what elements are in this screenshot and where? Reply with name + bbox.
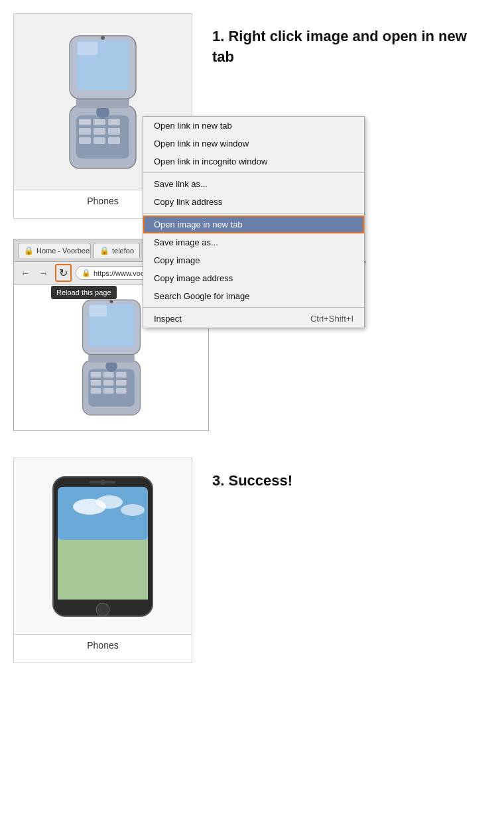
svg-point-41 bbox=[96, 603, 109, 616]
menu-item-copy-image[interactable]: Copy image bbox=[143, 251, 364, 269]
svg-rect-6 bbox=[94, 128, 105, 135]
tab-label-2: telefoo bbox=[112, 247, 134, 255]
step1-description: 1. Right click image and open in new tab bbox=[212, 13, 491, 68]
svg-rect-9 bbox=[94, 137, 105, 144]
svg-rect-32 bbox=[89, 305, 106, 316]
svg-rect-23 bbox=[103, 380, 113, 386]
svg-rect-21 bbox=[115, 372, 126, 378]
svg-rect-20 bbox=[103, 372, 113, 378]
menu-item-copy-link[interactable]: Copy link address bbox=[143, 193, 364, 211]
tab-favicon-2: 🔒 bbox=[99, 246, 109, 255]
svg-rect-22 bbox=[90, 380, 101, 386]
menu-item-open-new-window[interactable]: Open link in new window bbox=[143, 135, 364, 153]
step1-heading: 1. Right click image and open in new tab bbox=[212, 27, 491, 68]
menu-item-save-image[interactable]: Save image as... bbox=[143, 233, 364, 251]
svg-rect-24 bbox=[115, 380, 126, 386]
svg-rect-27 bbox=[115, 388, 126, 394]
svg-rect-8 bbox=[79, 137, 91, 144]
tab-label-1: Home - Voorbeeld w... bbox=[36, 247, 91, 255]
tab-favicon-1: 🔒 bbox=[24, 246, 34, 255]
phone-label-3: Phones bbox=[14, 634, 192, 656]
divider-2 bbox=[143, 213, 364, 214]
context-menu: Open link in new tab Open link in new wi… bbox=[143, 116, 365, 328]
smartphone-image bbox=[36, 470, 169, 623]
menu-item-save-as[interactable]: Save link as... bbox=[143, 175, 364, 193]
svg-point-39 bbox=[121, 504, 145, 516]
inspect-shortcut: Ctrl+Shift+I bbox=[310, 314, 353, 324]
step1-section: Phones Open link in new tab Open link in… bbox=[13, 13, 491, 219]
svg-rect-4 bbox=[108, 119, 120, 125]
svg-rect-26 bbox=[103, 388, 113, 394]
inspect-label: Inspect bbox=[154, 314, 182, 324]
forward-button[interactable]: → bbox=[36, 267, 51, 280]
divider-1 bbox=[143, 172, 364, 173]
step3-heading: 3. Success! bbox=[212, 471, 292, 491]
smartphone-area bbox=[14, 458, 192, 634]
menu-item-copy-image-address[interactable]: Copy image address bbox=[143, 269, 364, 287]
menu-item-open-image-tab[interactable]: Open image in new tab bbox=[143, 216, 364, 233]
svg-rect-2 bbox=[79, 119, 91, 125]
menu-item-search-google[interactable]: Search Google for image bbox=[143, 287, 364, 305]
svg-point-33 bbox=[109, 300, 113, 303]
svg-rect-19 bbox=[90, 372, 101, 378]
menu-item-inspect[interactable]: Inspect Ctrl+Shift+I bbox=[143, 310, 364, 328]
svg-rect-43 bbox=[90, 481, 116, 483]
svg-rect-10 bbox=[108, 137, 120, 144]
browser-tab-1[interactable]: 🔒 Home - Voorbeeld w... ✕ bbox=[18, 243, 91, 258]
flip-phone-image bbox=[56, 26, 149, 178]
step3-section: Phones 3. Success! bbox=[13, 458, 491, 663]
svg-rect-25 bbox=[90, 388, 101, 394]
lock-icon: 🔒 bbox=[82, 269, 91, 277]
svg-rect-15 bbox=[78, 42, 97, 55]
divider-3 bbox=[143, 307, 364, 308]
svg-rect-3 bbox=[94, 119, 105, 125]
back-button[interactable]: ← bbox=[18, 267, 32, 280]
menu-item-open-new-tab[interactable]: Open link in new tab bbox=[143, 117, 364, 135]
svg-rect-40 bbox=[58, 540, 148, 600]
menu-item-open-incognito[interactable]: Open link in incognito window bbox=[143, 153, 364, 170]
reload-tooltip: Reload this page bbox=[51, 286, 117, 299]
svg-rect-7 bbox=[108, 128, 120, 135]
browser-tab-2[interactable]: 🔒 telefoo bbox=[94, 243, 140, 258]
step3-description: 3. Success! bbox=[212, 458, 292, 491]
reload-button[interactable]: ↻ bbox=[55, 264, 72, 282]
phone-card-3: Phones bbox=[13, 458, 192, 663]
svg-point-38 bbox=[96, 495, 123, 509]
svg-rect-5 bbox=[79, 128, 91, 135]
svg-point-16 bbox=[101, 36, 105, 40]
